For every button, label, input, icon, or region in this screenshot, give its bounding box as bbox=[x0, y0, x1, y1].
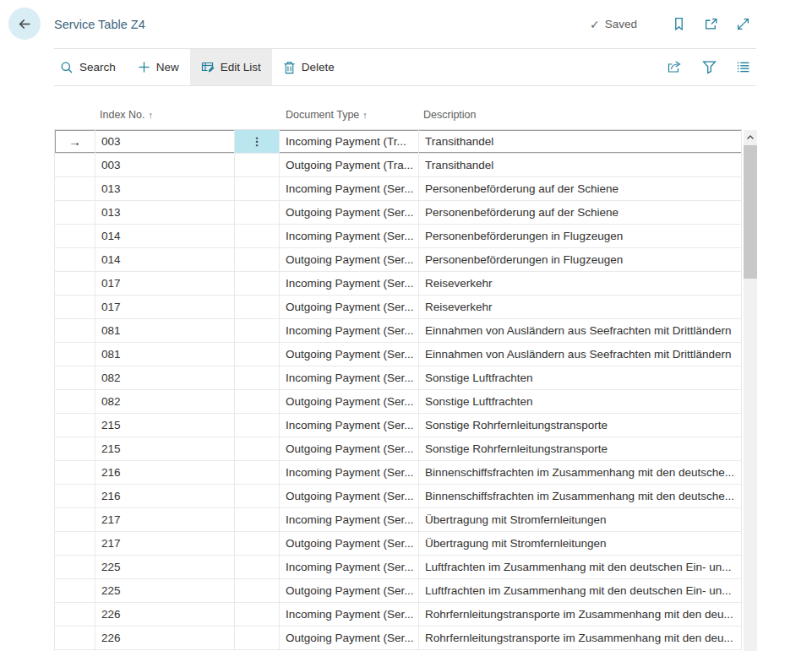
document-type-cell[interactable]: Outgoing Payment (Ser... bbox=[280, 390, 419, 413]
description-cell[interactable]: Binnenschiffsfrachten im Zusammenhang mi… bbox=[419, 485, 742, 507]
table-row[interactable]: → 013 ⋮ Incoming Payment (Ser... Persone… bbox=[55, 177, 742, 201]
share-button[interactable] bbox=[666, 58, 684, 76]
document-type-cell[interactable]: Incoming Payment (Ser... bbox=[280, 272, 419, 295]
table-row[interactable]: → 003 ⋮ Outgoing Payment (Tra... Transit… bbox=[55, 154, 742, 177]
table-row[interactable]: → 226 ⋮ Incoming Payment (Ser... Rohrfer… bbox=[55, 603, 742, 627]
index-no-cell[interactable]: 014 bbox=[95, 248, 235, 271]
description-cell[interactable]: Binnenschiffsfrachten im Zusammenhang mi… bbox=[419, 461, 742, 484]
document-type-cell[interactable]: Outgoing Payment (Ser... bbox=[280, 627, 419, 649]
document-type-cell[interactable]: Incoming Payment (Tr... bbox=[280, 130, 419, 153]
index-no-cell[interactable]: 215 bbox=[95, 437, 235, 460]
row-selector-cell[interactable]: → bbox=[55, 248, 95, 271]
description-cell[interactable]: Sonstige Rohrfernleitungstransporte bbox=[419, 437, 742, 460]
table-row[interactable]: → 217 ⋮ Incoming Payment (Ser... Übertra… bbox=[55, 508, 742, 532]
index-no-cell[interactable]: 013 bbox=[95, 177, 235, 200]
description-cell[interactable]: Sonstige Rohrfernleitungstransporte bbox=[419, 414, 742, 437]
row-options-cell[interactable]: ⋮ bbox=[235, 485, 280, 507]
description-cell[interactable]: Reiseverkehr bbox=[419, 272, 742, 295]
document-type-cell[interactable]: Incoming Payment (Ser... bbox=[280, 461, 419, 484]
row-selector-cell[interactable]: → bbox=[55, 532, 95, 555]
document-type-cell[interactable]: Outgoing Payment (Ser... bbox=[280, 579, 419, 602]
index-no-cell[interactable]: 225 bbox=[95, 579, 235, 602]
bookmark-button[interactable] bbox=[670, 15, 688, 33]
index-no-cell[interactable]: 225 bbox=[95, 556, 235, 578]
row-options-cell[interactable]: ⋮ bbox=[235, 177, 280, 200]
row-options-cell[interactable]: ⋮ bbox=[235, 437, 280, 460]
table-row[interactable]: → 017 ⋮ Incoming Payment (Ser... Reiseve… bbox=[55, 272, 742, 296]
description-cell[interactable]: Transithandel bbox=[419, 154, 742, 176]
column-header-index-no[interactable]: Index No. ↑ bbox=[100, 109, 153, 121]
row-options-cell[interactable]: ⋮ bbox=[235, 201, 280, 224]
description-cell[interactable]: Personenbeförderung auf der Schiene bbox=[419, 201, 742, 224]
document-type-cell[interactable]: Outgoing Payment (Ser... bbox=[280, 437, 419, 460]
row-options-cell[interactable]: ⋮ bbox=[235, 296, 280, 318]
table-row[interactable]: → 216 ⋮ Outgoing Payment (Ser... Binnens… bbox=[55, 485, 742, 508]
index-no-cell[interactable]: 216 bbox=[95, 485, 235, 507]
index-no-cell[interactable]: 082 bbox=[95, 366, 235, 389]
row-options-cell[interactable]: ⋮ bbox=[235, 627, 280, 649]
document-type-cell[interactable]: Incoming Payment (Ser... bbox=[280, 319, 419, 342]
table-row[interactable]: → 217 ⋮ Outgoing Payment (Ser... Übertra… bbox=[55, 532, 742, 556]
index-no-cell[interactable]: 215 bbox=[95, 414, 235, 437]
row-selector-cell[interactable]: → bbox=[55, 414, 95, 437]
index-no-cell[interactable]: 017 bbox=[95, 296, 235, 318]
show-list-button[interactable] bbox=[734, 58, 752, 76]
description-cell[interactable]: Transithandel bbox=[419, 130, 742, 153]
document-type-cell[interactable]: Incoming Payment (Ser... bbox=[280, 414, 419, 437]
table-row[interactable]: → 082 ⋮ Outgoing Payment (Ser... Sonstig… bbox=[55, 390, 742, 414]
row-selector-cell[interactable]: → bbox=[55, 556, 95, 578]
document-type-cell[interactable]: Outgoing Payment (Ser... bbox=[280, 532, 419, 555]
description-cell[interactable]: Einnahmen von Ausländern aus Seefrachten… bbox=[419, 319, 742, 342]
description-cell[interactable]: Reiseverkehr bbox=[419, 296, 742, 318]
vertical-scrollbar[interactable] bbox=[744, 130, 757, 651]
open-in-window-button[interactable] bbox=[702, 15, 720, 33]
index-no-cell[interactable]: 216 bbox=[95, 461, 235, 484]
index-no-cell[interactable]: 082 bbox=[95, 390, 235, 413]
row-selector-cell[interactable]: → bbox=[55, 343, 95, 366]
row-selector-cell[interactable]: → bbox=[55, 579, 95, 602]
description-cell[interactable]: Personenbeförderung auf der Schiene bbox=[419, 177, 742, 200]
scroll-up-button[interactable] bbox=[744, 130, 757, 144]
description-cell[interactable]: Luftfrachten im Zusammenhang mit den deu… bbox=[419, 556, 742, 578]
table-row[interactable]: → 215 ⋮ Incoming Payment (Ser... Sonstig… bbox=[55, 414, 742, 437]
row-options-cell[interactable]: ⋮ bbox=[235, 319, 280, 342]
row-selector-cell[interactable]: → bbox=[55, 177, 95, 200]
row-selector-cell[interactable]: → bbox=[55, 319, 95, 342]
row-options-cell[interactable]: ⋮ bbox=[235, 579, 280, 602]
row-selector-cell[interactable]: → bbox=[55, 296, 95, 318]
row-options-cell[interactable]: ⋮ bbox=[235, 390, 280, 413]
description-cell[interactable]: Luftfrachten im Zusammenhang mit den deu… bbox=[419, 579, 742, 602]
row-options-cell[interactable]: ⋮ bbox=[235, 248, 280, 271]
table-row[interactable]: → 017 ⋮ Outgoing Payment (Ser... Reiseve… bbox=[55, 296, 742, 319]
document-type-cell[interactable]: Outgoing Payment (Ser... bbox=[280, 248, 419, 271]
row-options-cell[interactable]: ⋮ bbox=[235, 556, 280, 578]
row-options-cell[interactable]: ⋮ bbox=[235, 154, 280, 176]
table-row[interactable]: → 216 ⋮ Incoming Payment (Ser... Binnens… bbox=[55, 461, 742, 485]
row-options-cell[interactable]: ⋮ bbox=[235, 272, 280, 295]
description-cell[interactable]: Übertragung mit Stromfernleitungen bbox=[419, 532, 742, 555]
table-row[interactable]: → 082 ⋮ Incoming Payment (Ser... Sonstig… bbox=[55, 366, 742, 390]
document-type-cell[interactable]: Outgoing Payment (Ser... bbox=[280, 343, 419, 366]
description-cell[interactable]: Einnahmen von Ausländern aus Seefrachten… bbox=[419, 343, 742, 366]
table-row[interactable]: → 003 ⋮ Incoming Payment (Tr... Transith… bbox=[55, 130, 742, 154]
row-selector-cell[interactable]: → bbox=[55, 390, 95, 413]
delete-button[interactable]: Delete bbox=[272, 49, 346, 85]
index-no-cell[interactable]: 017 bbox=[95, 272, 235, 295]
row-selector-cell[interactable]: → bbox=[55, 485, 95, 507]
filter-button[interactable] bbox=[700, 58, 718, 76]
table-row[interactable]: → 081 ⋮ Outgoing Payment (Ser... Einnahm… bbox=[55, 343, 742, 366]
row-options-cell[interactable]: ⋮ bbox=[235, 414, 280, 437]
document-type-cell[interactable]: Incoming Payment (Ser... bbox=[280, 556, 419, 578]
row-selector-cell[interactable]: → bbox=[55, 508, 95, 531]
index-no-cell[interactable]: 226 bbox=[95, 603, 235, 626]
search-button[interactable]: Search bbox=[49, 49, 127, 85]
document-type-cell[interactable]: Outgoing Payment (Ser... bbox=[280, 201, 419, 224]
scrollbar-thumb[interactable] bbox=[744, 145, 757, 279]
row-options-cell[interactable]: ⋮ bbox=[235, 603, 280, 626]
document-type-cell[interactable]: Incoming Payment (Ser... bbox=[280, 603, 419, 626]
row-options-cell[interactable]: ⋮ bbox=[235, 532, 280, 555]
index-no-cell[interactable]: 013 bbox=[95, 201, 235, 224]
description-cell[interactable]: Personenbeförderungen in Flugzeugen bbox=[419, 248, 742, 271]
edit-list-button[interactable]: Edit List bbox=[190, 49, 272, 85]
row-options-cell[interactable]: ⋮ bbox=[235, 461, 280, 484]
